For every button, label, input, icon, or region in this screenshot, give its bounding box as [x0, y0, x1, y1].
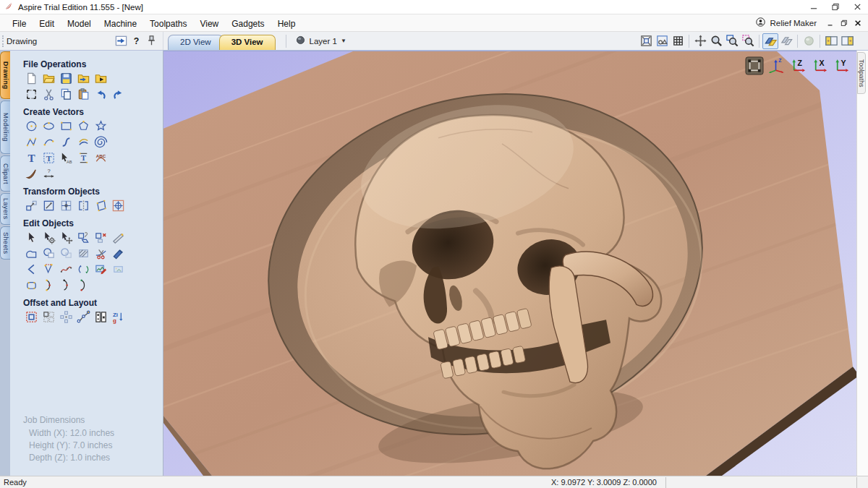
circular-array-icon[interactable]: [59, 309, 74, 325]
zoom-selection-icon[interactable]: [740, 33, 756, 49]
tab-2d-view[interactable]: 2D View: [168, 35, 224, 50]
save-file-icon[interactable]: [59, 71, 74, 86]
undo-icon[interactable]: [93, 87, 109, 102]
sidebar-tab-sheets[interactable]: Sheets: [0, 226, 10, 260]
fit-window-icon[interactable]: [638, 33, 654, 49]
grid-icon[interactable]: [670, 33, 686, 49]
intersect-icon[interactable]: [59, 246, 74, 261]
doc-close-icon[interactable]: [851, 17, 864, 29]
move-icon[interactable]: [24, 198, 39, 213]
pin-icon[interactable]: [145, 34, 158, 48]
menu-model[interactable]: Model: [61, 17, 98, 31]
menu-file[interactable]: File: [6, 17, 33, 31]
crop-picture-icon[interactable]: [111, 262, 126, 277]
edit-picture-icon[interactable]: [93, 262, 109, 277]
ungroup-icon[interactable]: [93, 230, 109, 245]
text-box-icon[interactable]: T: [41, 150, 56, 166]
align-icon[interactable]: [59, 198, 74, 213]
weld-icon[interactable]: [24, 246, 39, 261]
menu-machine[interactable]: Machine: [98, 17, 143, 31]
dimension-icon[interactable]: ?: [41, 166, 56, 181]
multi-sheet-icon[interactable]: [778, 33, 794, 49]
vector-scissors-icon[interactable]: [93, 246, 109, 261]
star-icon[interactable]: [93, 119, 109, 134]
menu-view[interactable]: View: [193, 17, 225, 31]
open-file-icon[interactable]: [41, 71, 56, 86]
measure-icon[interactable]: [111, 230, 126, 245]
tab-3d-view[interactable]: 3D View: [219, 35, 276, 50]
layer-selector[interactable]: Layer 1 ▼: [286, 35, 346, 48]
select-icon[interactable]: [24, 230, 39, 245]
text-icon[interactable]: T: [24, 150, 39, 166]
close-icon[interactable]: [846, 0, 868, 14]
offset-curve-icon[interactable]: [76, 134, 91, 150]
doc-restore-icon[interactable]: [838, 17, 850, 29]
spiral-icon[interactable]: [93, 134, 109, 150]
subtract-icon[interactable]: [41, 246, 56, 261]
menu-gadgets[interactable]: Gadgets: [225, 17, 271, 31]
ellipse-icon[interactable]: [41, 119, 56, 134]
nesting-icon[interactable]: [93, 309, 109, 325]
group-icon[interactable]: [76, 230, 91, 245]
text-on-curve-icon[interactable]: ABC: [93, 150, 109, 166]
view-down-z-icon[interactable]: Z: [788, 56, 807, 76]
copy-icon[interactable]: [59, 87, 74, 102]
restore-icon[interactable]: [825, 0, 846, 14]
new-file-icon[interactable]: [24, 71, 39, 86]
menu-edit[interactable]: Edit: [33, 17, 61, 31]
export-vectors-icon[interactable]: [93, 71, 109, 86]
copy-along-curve-icon[interactable]: [76, 309, 91, 325]
import-vectors-icon[interactable]: [76, 71, 91, 86]
mirror-icon[interactable]: [76, 198, 91, 213]
toggle-2d3d-icon[interactable]: [762, 33, 778, 49]
axes-3d-icon[interactable]: Z: [766, 56, 786, 76]
rectangle-icon[interactable]: [59, 119, 74, 134]
offset-icon[interactable]: [24, 309, 39, 325]
paste-icon[interactable]: [76, 87, 91, 102]
zoom-box-icon[interactable]: [724, 33, 740, 49]
polygon-icon[interactable]: [76, 119, 91, 134]
sidebar-tab-modeling[interactable]: Modeling: [0, 100, 10, 154]
curve-icon[interactable]: [59, 134, 74, 150]
array-copy-icon[interactable]: [41, 309, 56, 325]
menu-toolpaths[interactable]: Toolpaths: [143, 17, 193, 31]
join-vectors-icon[interactable]: [41, 262, 56, 277]
iso-view-icon[interactable]: [744, 56, 764, 76]
dock-arrow-icon[interactable]: [114, 34, 128, 48]
doc-minimize-icon[interactable]: [824, 17, 836, 29]
arc-fit2-icon[interactable]: [59, 278, 74, 293]
hatch-icon[interactable]: [76, 246, 91, 261]
trim-icon[interactable]: [111, 246, 126, 261]
sidebar-tab-drawing[interactable]: Drawing: [0, 51, 10, 99]
text-spacing-icon[interactable]: T: [76, 150, 91, 166]
window-shapes-icon[interactable]: [654, 33, 670, 49]
fillet-icon[interactable]: [24, 278, 39, 293]
move-selection-icon[interactable]: [59, 230, 74, 245]
redo-icon[interactable]: [111, 87, 126, 102]
arc-fit-icon[interactable]: [41, 278, 56, 293]
text-select-icon[interactable]: AB: [59, 150, 74, 166]
toolpaths-tab[interactable]: Toolpaths: [857, 52, 866, 94]
menu-help[interactable]: Help: [271, 17, 302, 31]
text-layout-icon[interactable]: Zig: [111, 309, 126, 325]
toolbar-grip[interactable]: [2, 35, 4, 47]
panel-left-icon[interactable]: [823, 33, 839, 49]
close-vector-icon[interactable]: [76, 262, 91, 277]
panel-right-icon[interactable]: [839, 33, 855, 49]
node-edit-icon[interactable]: [41, 230, 56, 245]
view-down-x-icon[interactable]: X: [809, 56, 829, 76]
account-area[interactable]: Relief Maker: [755, 17, 817, 29]
polyline-icon[interactable]: [24, 134, 39, 150]
minimize-icon[interactable]: [803, 0, 825, 14]
set-size-icon[interactable]: [41, 198, 56, 213]
selection-frame-icon[interactable]: [24, 87, 39, 102]
sidebar-tab-layers[interactable]: Layers: [0, 193, 10, 225]
pan-icon[interactable]: [692, 33, 708, 49]
3d-viewport[interactable]: ZZXY: [163, 51, 856, 476]
circle-icon[interactable]: [24, 119, 39, 134]
help-icon[interactable]: ?: [129, 34, 143, 48]
pen-icon[interactable]: [24, 166, 39, 181]
fit-curve-icon[interactable]: [59, 262, 74, 277]
sidebar-tab-clipart[interactable]: Clipart: [0, 155, 10, 192]
arc-icon[interactable]: [41, 134, 56, 150]
